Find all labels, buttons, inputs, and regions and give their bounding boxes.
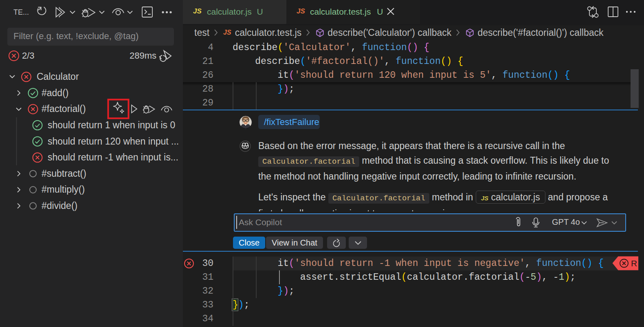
svg-text:R: R — [631, 259, 637, 268]
